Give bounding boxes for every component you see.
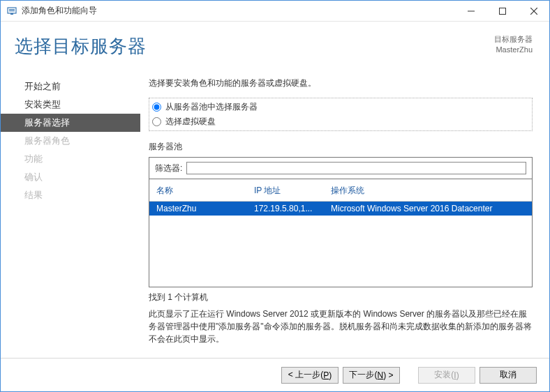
sidebar-item-6: 结果 (1, 186, 140, 204)
cell-ip: 172.19.5.80,1... (254, 204, 331, 213)
radio-server-pool-label: 从服务器池中选择服务器 (165, 101, 258, 113)
target-info: 目标服务器 MasterZhu (494, 34, 533, 56)
cell-name: MasterZhu (156, 204, 254, 213)
page-title: 选择目标服务器 (15, 34, 147, 59)
filter-row: 筛选器: (149, 157, 533, 179)
server-table: 名称 IP 地址 操作系统 MasterZhu172.19.5.80,1...M… (149, 179, 533, 287)
svg-rect-5 (499, 8, 505, 14)
radio-vhd[interactable]: 选择虚拟硬盘 (149, 114, 532, 129)
filter-label: 筛选器: (155, 163, 182, 174)
description-text: 此页显示了正在运行 Windows Server 2012 或更新版本的 Win… (149, 308, 533, 345)
window-title: 添加角色和功能向导 (22, 5, 455, 17)
radio-server-pool[interactable]: 从服务器池中选择服务器 (149, 100, 532, 114)
title-bar: 添加角色和功能向导 (1, 1, 549, 22)
maximize-button[interactable] (486, 1, 518, 21)
target-label: 目标服务器 (494, 34, 533, 45)
col-header-ip[interactable]: IP 地址 (254, 185, 331, 197)
sidebar: 开始之前安装类型服务器选择服务器角色功能确认结果 (1, 68, 140, 358)
sidebar-item-2[interactable]: 服务器选择 (1, 114, 140, 132)
table-body: MasterZhu172.19.5.80,1...Microsoft Windo… (149, 202, 532, 287)
table-row[interactable]: MasterZhu172.19.5.80,1...Microsoft Windo… (149, 202, 532, 216)
result-count: 找到 1 个计算机 (149, 292, 533, 303)
sidebar-item-0[interactable]: 开始之前 (1, 77, 140, 96)
cell-os: Microsoft Windows Server 2016 Datacenter (331, 204, 525, 213)
selection-mode-group: 从服务器池中选择服务器 选择虚拟硬盘 (149, 98, 533, 131)
install-button: 安装(I) (418, 367, 475, 384)
server-pool-label: 服务器池 (149, 141, 533, 153)
radio-vhd-input[interactable] (152, 117, 161, 126)
svg-rect-1 (9, 9, 15, 10)
footer: < 上一步(P) 下一步(N) > 安装(I) 取消 (1, 358, 549, 391)
col-header-os[interactable]: 操作系统 (331, 185, 525, 197)
sidebar-item-4: 功能 (1, 150, 140, 168)
header: 选择目标服务器 目标服务器 MasterZhu (1, 22, 549, 68)
col-header-name[interactable]: 名称 (156, 185, 254, 197)
cancel-button[interactable]: 取消 (480, 367, 537, 384)
previous-button[interactable]: < 上一步(P) (281, 367, 339, 384)
filter-input[interactable] (186, 162, 526, 174)
svg-rect-3 (10, 13, 13, 15)
sidebar-item-5: 确认 (1, 168, 140, 186)
sidebar-item-3: 服务器角色 (1, 132, 140, 150)
close-button[interactable] (518, 1, 549, 21)
sidebar-item-1[interactable]: 安装类型 (1, 96, 140, 114)
table-header: 名称 IP 地址 操作系统 (149, 179, 532, 202)
minimize-button[interactable] (455, 1, 486, 21)
target-value: MasterZhu (494, 45, 533, 55)
svg-rect-2 (9, 10, 15, 11)
content: 开始之前安装类型服务器选择服务器角色功能确认结果 选择要安装角色和功能的服务器或… (1, 68, 549, 358)
app-icon (6, 6, 17, 17)
main-panel: 选择要安装角色和功能的服务器或虚拟硬盘。 从服务器池中选择服务器 选择虚拟硬盘 … (140, 68, 549, 358)
instruction-text: 选择要安装角色和功能的服务器或虚拟硬盘。 (149, 77, 533, 89)
radio-server-pool-input[interactable] (152, 103, 161, 112)
radio-vhd-label: 选择虚拟硬盘 (165, 116, 216, 128)
next-button[interactable]: 下一步(N) > (343, 367, 400, 384)
